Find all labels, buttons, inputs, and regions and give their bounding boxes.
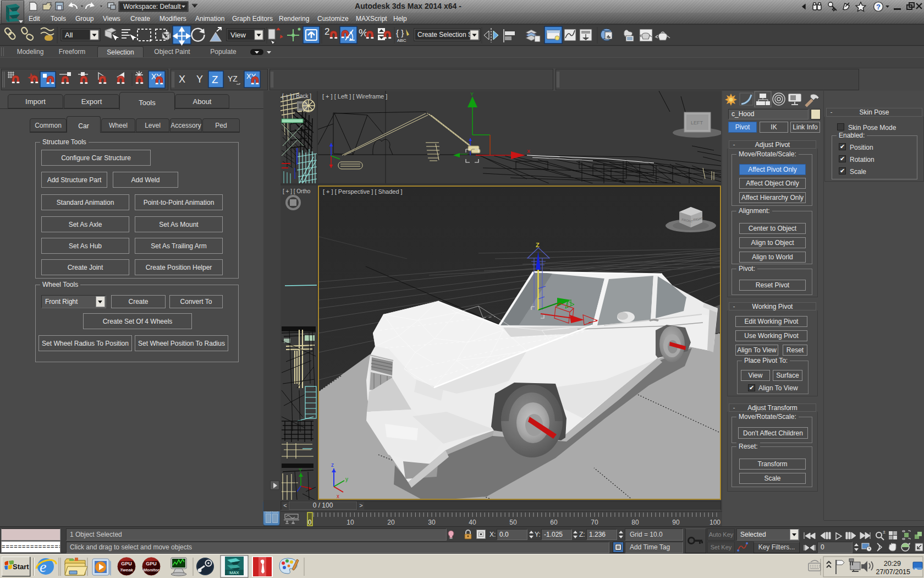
svg-text:Autodesk 3ds Max 2014 x64 -: Autodesk 3ds Max 2014 x64 - — [355, 2, 461, 10]
svg-text:40: 40 — [469, 519, 476, 526]
svg-text:Workspace: Default: Workspace: Default — [123, 3, 181, 10]
svg-text:30: 30 — [428, 519, 436, 526]
svg-text:X: X — [527, 149, 530, 154]
svg-text:MAX: MAX — [229, 570, 239, 575]
svg-text:y: y — [345, 476, 348, 482]
svg-text:0: 0 — [308, 519, 312, 526]
svg-text:?: ? — [876, 3, 881, 11]
svg-text:20: 20 — [387, 519, 395, 526]
svg-text:[ + ] [ Perspective ] [ Shaded: [ + ] [ Perspective ] [ Shaded ] — [323, 188, 403, 195]
svg-text:ABC: ABC — [397, 38, 406, 43]
svg-text:80: 80 — [631, 519, 639, 526]
svg-text:Monitor: Monitor — [143, 568, 160, 572]
svg-text:Create Selection Se: Create Selection Se — [417, 31, 476, 39]
svg-text:Y: Y — [299, 467, 302, 473]
svg-text:{ }: { } — [396, 28, 404, 37]
svg-text:60: 60 — [550, 519, 558, 526]
svg-text:Z: Z — [536, 242, 540, 248]
svg-text:±: ± — [883, 529, 886, 535]
svg-text:Tweak: Tweak — [120, 568, 134, 572]
svg-text:[ + ] [ Ortho: [ + ] [ Ortho — [283, 188, 311, 194]
svg-text:GPU: GPU — [146, 561, 157, 566]
svg-text:2: 2 — [324, 26, 329, 37]
svg-text:LEFT: LEFT — [691, 120, 703, 126]
svg-text:50: 50 — [509, 519, 517, 526]
svg-text:10: 10 — [346, 519, 354, 526]
svg-text:90: 90 — [672, 519, 680, 526]
svg-text:20:29: 20:29 — [884, 560, 901, 568]
svg-text:YZ: YZ — [228, 74, 238, 83]
svg-text:100: 100 — [710, 519, 721, 526]
svg-text:View: View — [230, 31, 246, 39]
svg-text:70: 70 — [591, 519, 598, 526]
svg-text:X: X — [179, 74, 185, 85]
svg-text:Z: Z — [212, 74, 218, 85]
svg-text:Y: Y — [196, 74, 203, 85]
svg-text:[ + ] [ Back ]: [ + ] [ Back ] — [282, 93, 311, 99]
svg-text:Y: Y — [470, 91, 474, 97]
svg-text:[ + ] [ Left ] [ Wireframe ]: [ + ] [ Left ] [ Wireframe ] — [322, 93, 387, 100]
svg-text:27/07/2015: 27/07/2015 — [876, 568, 910, 576]
svg-text:x: x — [337, 493, 339, 499]
svg-text:All: All — [65, 31, 73, 39]
svg-text:GPU: GPU — [121, 561, 132, 566]
svg-text:z: z — [331, 462, 334, 468]
